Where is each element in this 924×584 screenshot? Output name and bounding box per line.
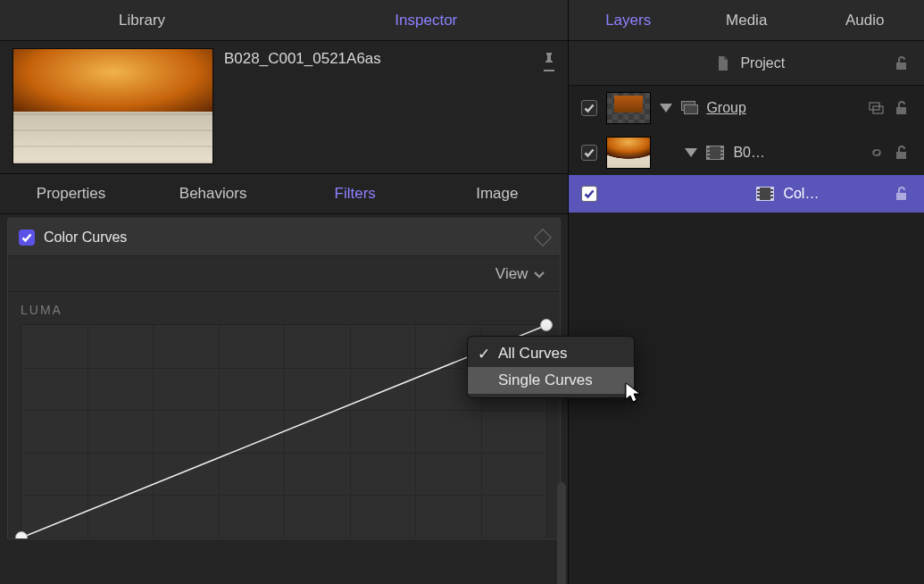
lock-icon[interactable] bbox=[894, 186, 910, 202]
clip-label[interactable]: B0… bbox=[733, 145, 765, 161]
curve-handle-white[interactable] bbox=[540, 319, 553, 331]
tab-library[interactable]: Library bbox=[0, 0, 284, 40]
app-root: Library Inspector B028_C001_0521A6as Pro… bbox=[0, 0, 924, 584]
clip-thumbnail-small bbox=[606, 137, 651, 169]
layer-row-effect[interactable]: Col… bbox=[569, 175, 924, 213]
view-label: View bbox=[495, 265, 529, 283]
document-icon bbox=[715, 55, 731, 71]
group-icon bbox=[681, 101, 697, 115]
top-tabs: Library Inspector bbox=[0, 0, 568, 41]
tab-filters[interactable]: Filters bbox=[284, 174, 426, 213]
menu-item-single-curves[interactable]: Single Curves bbox=[468, 367, 634, 394]
layer-row-clip[interactable]: B0… bbox=[569, 130, 924, 175]
inspector-scrollbar[interactable] bbox=[557, 482, 566, 584]
checkmark-icon: ✓ bbox=[477, 345, 491, 363]
link-icon[interactable] bbox=[869, 145, 885, 161]
menu-item-label: All Curves bbox=[498, 345, 567, 363]
filter-panel-header: Color Curves bbox=[8, 219, 560, 256]
curve-channel-label: LUMA bbox=[8, 292, 560, 324]
right-tabs: Layers Media Audio bbox=[569, 0, 924, 41]
inspector-sub-tabs: Properties Behaviors Filters Image bbox=[0, 173, 568, 214]
view-dropdown[interactable]: View bbox=[8, 256, 560, 292]
chevron-down-icon bbox=[533, 268, 545, 280]
view-menu-popover: ✓ All Curves Single Curves bbox=[467, 336, 635, 398]
filter-enable-checkbox[interactable] bbox=[19, 229, 35, 246]
pass-through-icon[interactable] bbox=[869, 100, 885, 116]
filter-icon bbox=[756, 187, 774, 201]
tab-audio[interactable]: Audio bbox=[805, 0, 924, 40]
lock-icon[interactable] bbox=[894, 100, 910, 116]
tab-layers[interactable]: Layers bbox=[569, 0, 687, 40]
pin-icon[interactable] bbox=[541, 48, 557, 71]
tab-properties[interactable]: Properties bbox=[0, 174, 142, 213]
effect-label[interactable]: Col… bbox=[783, 186, 819, 202]
filter-title: Color Curves bbox=[44, 229, 528, 246]
group-thumbnail bbox=[606, 92, 651, 124]
group-label[interactable]: Group bbox=[706, 100, 745, 116]
effect-visible-checkbox[interactable] bbox=[581, 186, 597, 202]
inspector-body: Color Curves View LUMA bbox=[0, 214, 568, 584]
lock-icon[interactable] bbox=[894, 55, 910, 71]
tab-behaviors[interactable]: Behaviors bbox=[142, 174, 284, 213]
tab-image[interactable]: Image bbox=[426, 174, 568, 213]
clip-header: B028_C001_0521A6as bbox=[0, 41, 568, 173]
group-visible-checkbox[interactable] bbox=[581, 100, 597, 116]
video-clip-icon bbox=[706, 146, 724, 160]
keyframe-icon[interactable] bbox=[534, 229, 552, 246]
clip-visible-checkbox[interactable] bbox=[581, 145, 597, 161]
clip-name: B028_C001_0521A6as bbox=[224, 48, 530, 68]
menu-item-all-curves[interactable]: ✓ All Curves bbox=[468, 340, 634, 367]
disclosure-triangle-icon[interactable] bbox=[660, 104, 672, 113]
lock-icon[interactable] bbox=[894, 145, 910, 161]
mouse-cursor-icon bbox=[625, 382, 645, 409]
menu-item-label: Single Curves bbox=[498, 371, 593, 389]
curve-handle-black[interactable] bbox=[15, 531, 28, 539]
disclosure-triangle-icon[interactable] bbox=[685, 148, 697, 157]
layer-row-group[interactable]: Group bbox=[569, 86, 924, 130]
left-pane: Library Inspector B028_C001_0521A6as Pro… bbox=[0, 0, 568, 584]
right-pane: Layers Media Audio Project Group bbox=[569, 0, 924, 584]
tab-inspector[interactable]: Inspector bbox=[284, 0, 568, 40]
layer-row-project[interactable]: Project bbox=[569, 41, 924, 86]
project-label: Project bbox=[740, 55, 785, 71]
tab-media[interactable]: Media bbox=[687, 0, 806, 40]
clip-thumbnail[interactable] bbox=[12, 48, 213, 164]
